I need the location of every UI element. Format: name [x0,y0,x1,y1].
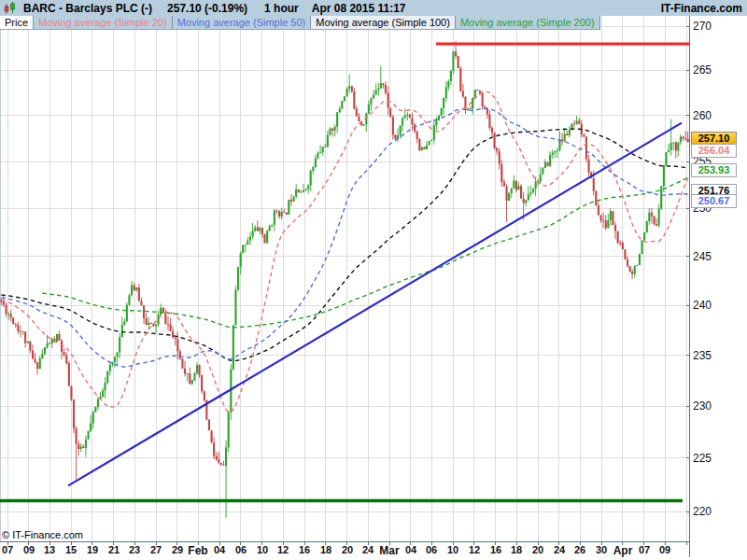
y-axis-label: 265 [693,63,712,77]
y-axis-label: 225 [693,452,712,465]
tab-price[interactable]: Price [0,16,34,29]
y-axis-label: 270 [693,20,712,33]
candlestick-series [0,41,689,518]
tab-moving-average-simple-100[interactable]: Moving average (Simple 100) [311,16,456,29]
last-price-change: 257.10 (-0.19%) [167,2,247,15]
price-chart [0,0,747,560]
title-bar: BARC - Barclays PLC (-) 257.10 (-0.19%) … [0,0,747,16]
tab-moving-average-simple-200[interactable]: Moving average (Simple 200) [456,16,600,29]
timeframe-label: 1 hour [264,2,299,15]
ma-20-line[interactable] [1,91,687,412]
indicator-tab-bar: PriceMoving average (Simple 20)Moving av… [0,16,600,30]
y-axis-label: 235 [693,349,712,362]
tab-moving-average-simple-20[interactable]: Moving average (Simple 20) [34,16,173,29]
grid [0,16,689,541]
ma-50-line[interactable] [1,108,687,367]
tab-moving-average-simple-50[interactable]: Moving average (Simple 50) [173,16,312,29]
y-axis-label: 260 [693,109,712,122]
ma-price-badge-ma20: 256.04 [691,144,737,158]
y-axis-label: 230 [693,399,712,413]
trend-line[interactable] [68,123,682,486]
candlestick-logo-icon [3,1,17,15]
copyright-label: © IT-Finance.com [2,529,83,540]
x-axis-label: 09 [651,544,679,555]
symbol-title: BARC - Barclays PLC (-) [23,2,152,15]
y-axis-label: 240 [693,299,712,312]
brand-label: IT-Finance.com [661,2,742,15]
y-axis-label: 245 [693,250,712,263]
datetime-label: Apr 08 2015 11:17 [312,2,406,15]
y-axis-label: 220 [693,505,712,518]
ma-100-line[interactable] [1,129,687,360]
ma-price-badge-ma50: 250.67 [691,194,737,208]
ma-price-badge-ma200: 253.93 [691,163,737,177]
